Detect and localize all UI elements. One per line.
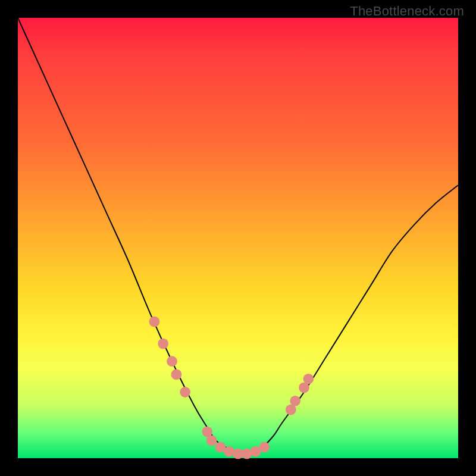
highlight-dot: [158, 339, 168, 349]
chart-svg: [18, 18, 458, 458]
highlight-dot: [224, 446, 234, 457]
highlight-dot: [259, 442, 270, 453]
highlight-dot: [171, 369, 182, 380]
highlight-dot: [180, 387, 190, 397]
highlight-dot: [167, 356, 177, 367]
outer-frame: TheBottleneck.com: [0, 0, 476, 476]
bottleneck-curve-path: [18, 18, 458, 455]
highlight-dot: [149, 317, 160, 327]
highlight-dot: [242, 449, 252, 459]
watermark-text: TheBottleneck.com: [350, 4, 464, 19]
highlight-dot: [303, 374, 314, 384]
highlight-dots-group: [149, 317, 314, 459]
highlight-dot: [206, 436, 217, 446]
highlight-dot: [290, 396, 300, 406]
